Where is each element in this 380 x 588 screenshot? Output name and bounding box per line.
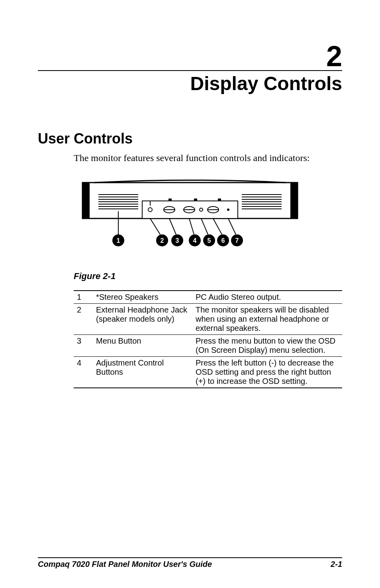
chapter-rule: [38, 70, 342, 71]
svg-point-30: [227, 208, 229, 211]
figure-monitor-controls: 1 2 3 4 5 6 7: [38, 175, 342, 260]
footer-title: Compaq 7020 Flat Panel Monitor User's Gu…: [38, 560, 212, 569]
svg-text:1: 1: [117, 237, 120, 244]
row-number: 3: [74, 335, 93, 357]
svg-line-37: [228, 218, 236, 234]
table-row: 2 External Headphone Jack (speaker model…: [74, 304, 342, 335]
row-number: 2: [74, 304, 93, 335]
svg-text:3: 3: [176, 237, 179, 244]
page-footer: Compaq 7020 Flat Panel Monitor User's Gu…: [38, 557, 342, 569]
chapter-title: Display Controls: [190, 73, 342, 94]
svg-rect-1: [82, 183, 90, 218]
control-name: External Headphone Jack (speaker models …: [93, 304, 192, 335]
control-name: Adjustment Control Buttons: [93, 357, 192, 388]
table-row: 4 Adjustment Control Buttons Press the l…: [74, 357, 342, 388]
svg-rect-19: [194, 199, 197, 201]
control-name: Menu Button: [93, 335, 192, 357]
table-row: 3 Menu Button Press the menu button to v…: [74, 335, 342, 357]
svg-text:2: 2: [161, 237, 164, 244]
svg-line-34: [189, 218, 194, 234]
section-body-text: The monitor features several function co…: [74, 153, 342, 163]
control-description: Press the menu button to view the OSD (O…: [192, 335, 342, 357]
chapter-number: 2: [326, 40, 342, 72]
svg-text:5: 5: [208, 237, 211, 244]
control-description: The monitor speakers will be disabled wh…: [192, 304, 342, 335]
control-name: *Stereo Speakers: [93, 291, 192, 304]
svg-text:7: 7: [235, 237, 239, 244]
control-description: PC Audio Stereo output.: [192, 291, 342, 304]
svg-text:6: 6: [221, 237, 225, 244]
table-row: 1 *Stereo Speakers PC Audio Stereo outpu…: [74, 291, 342, 304]
section-heading-user-controls: User Controls: [38, 130, 342, 147]
control-description: Press the left button (-) to decrease th…: [192, 357, 342, 388]
svg-line-32: [150, 218, 160, 234]
svg-text:4: 4: [193, 237, 197, 244]
svg-line-36: [213, 218, 222, 234]
svg-rect-20: [218, 199, 221, 201]
figure-caption: Figure 2-1: [74, 271, 342, 281]
controls-legend-table: 1 *Stereo Speakers PC Audio Stereo outpu…: [74, 290, 342, 388]
svg-line-35: [201, 218, 208, 234]
row-number: 1: [74, 291, 93, 304]
footer-page-number: 2-1: [331, 560, 342, 569]
svg-rect-18: [168, 199, 172, 201]
svg-line-33: [169, 218, 176, 234]
row-number: 4: [74, 357, 93, 388]
svg-rect-2: [290, 183, 298, 218]
monitor-controls-diagram-icon: 1 2 3 4 5 6 7: [78, 175, 302, 258]
